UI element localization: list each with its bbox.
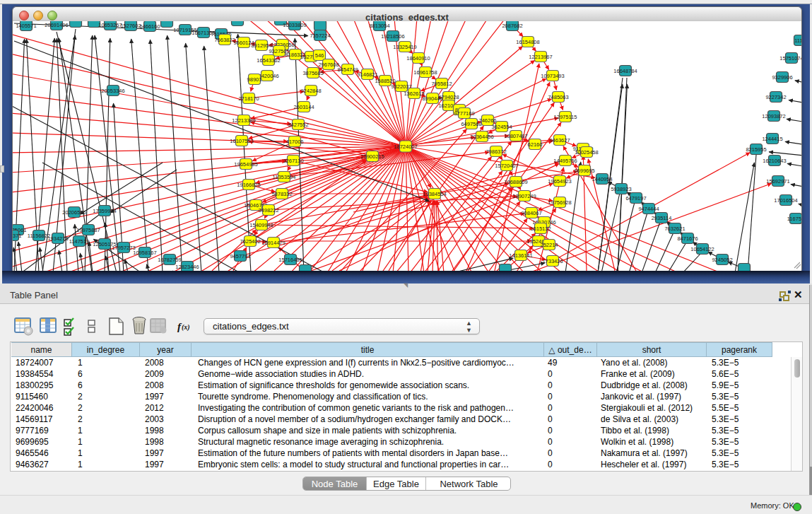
svg-text:8454749: 8454749 [337,66,358,73]
svg-text:8813054: 8813054 [369,23,389,29]
svg-text:15720407: 15720407 [495,163,518,169]
svg-text:252214: 252214 [540,242,558,248]
svg-text:7625402: 7625402 [240,238,260,245]
svg-text:12093872: 12093872 [762,113,785,119]
svg-text:8215955: 8215955 [746,146,766,153]
svg-text:62160: 62160 [528,141,543,148]
svg-text:1527602: 1527602 [120,23,141,29]
svg-text:2087682: 2087682 [502,23,522,29]
svg-text:7955812: 7955812 [431,81,452,87]
svg-text:5938923: 5938923 [611,186,631,192]
svg-text:19975887: 19975887 [76,227,100,233]
svg-text:2935114: 2935114 [652,215,672,221]
svg-text:9242848: 9242848 [300,88,321,94]
svg-text:11353594: 11353594 [273,174,296,180]
svg-text:12213967: 12213967 [529,54,552,60]
svg-text:10653267: 10653267 [98,22,122,28]
svg-text:19218506: 19218506 [381,33,404,40]
svg-text:7357224: 7357224 [310,33,330,39]
svg-text:16961758: 16961758 [413,69,437,76]
svg-text:3875685: 3875685 [302,70,323,76]
svg-text:16782759: 16782759 [158,257,181,263]
svg-text:9457791: 9457791 [230,253,250,259]
svg-text:1362615: 1362615 [404,90,424,97]
svg-text:9463627: 9463627 [549,137,570,144]
svg-text:19384554: 19384554 [423,191,446,197]
svg-text:19654923: 19654923 [548,178,571,185]
svg-text:6699695: 6699695 [574,168,594,174]
svg-text:10025458: 10025458 [575,149,598,156]
svg-text:1934275: 1934275 [47,235,68,242]
svg-text:18907249: 18907249 [512,193,536,199]
svg-text:17016504: 17016504 [774,197,797,204]
svg-text:10807487: 10807487 [504,133,527,139]
svg-text:746266: 746266 [478,117,496,124]
svg-text:17359924: 17359924 [93,208,116,214]
svg-text:417006: 417006 [286,139,303,145]
svg-text:12823446: 12823446 [175,264,199,270]
svg-text:18724007: 18724007 [394,144,417,150]
svg-text:6466160: 6466160 [139,23,160,30]
svg-text:19166825: 19166825 [237,182,260,188]
svg-text:10654122: 10654122 [690,246,714,252]
svg-text:19756928: 19756928 [548,199,571,206]
svg-text:11156822: 11156822 [28,233,50,239]
svg-text:10958167: 10958167 [133,250,156,256]
svg-text:16543362: 16543362 [257,57,280,64]
svg-text:13325419: 13325419 [393,44,416,50]
svg-text:546: 546 [315,52,324,59]
svg-text:25900215: 25900215 [360,153,384,160]
svg-text:17957273: 17957273 [112,245,135,251]
svg-text:10973493: 10973493 [541,73,564,79]
svg-text:98901: 98901 [247,76,262,83]
svg-text:1147519: 1147519 [69,238,90,245]
svg-text:5878332: 5878332 [271,191,292,197]
svg-text:3624554: 3624554 [491,124,512,130]
svg-text:1440954: 1440954 [592,176,612,182]
svg-text:15716485: 15716485 [278,257,302,263]
svg-text:16914479: 16914479 [261,240,285,246]
svg-text:12213389: 12213389 [232,117,255,124]
svg-text:15692971: 15692971 [766,178,789,185]
svg-text:10688609: 10688609 [504,179,527,185]
svg-text:7485063: 7485063 [548,94,568,100]
svg-text:9777169: 9777169 [454,110,474,117]
svg-text:14495756: 14495756 [553,158,577,164]
svg-text:116753: 116753 [787,216,801,222]
svg-text:1615132: 1615132 [530,226,551,232]
svg-text:20691406: 20691406 [45,22,68,28]
svg-text:3498222: 3498222 [258,207,278,214]
svg-text:15751074: 15751074 [779,55,801,62]
svg-text:1405571: 1405571 [16,23,36,29]
svg-text:20053346: 20053346 [101,88,124,94]
svg-text:1733426: 1733426 [542,258,563,264]
svg-text:7986372: 7986372 [486,148,506,155]
svg-text:16210643: 16210643 [763,158,786,164]
svg-text:20206556: 20206556 [62,209,86,216]
svg-text:7663822: 7663822 [214,37,235,43]
svg-text:20364456: 20364456 [470,134,493,140]
svg-text:12975115: 12975115 [554,114,577,120]
svg-text:2603144: 2603144 [293,104,314,110]
svg-text:9227342: 9227342 [765,94,786,100]
svg-text:9329906: 9329906 [772,74,792,81]
svg-text:(x): (x) [182,323,190,332]
svg-text:9084067: 9084067 [521,210,541,216]
svg-text:16648784: 16648784 [613,68,637,74]
svg-text:9245052: 9245052 [712,257,732,263]
svg-text:6479197: 6479197 [625,195,646,201]
svg-text:18640910: 18640910 [406,55,430,62]
svg-text:9146821: 9146821 [357,71,377,78]
svg-text:8471676: 8471676 [677,235,698,242]
svg-text:1117: 1117 [794,37,801,44]
svg-text:16154808: 16154808 [516,39,539,45]
svg-text:16107553: 16107553 [230,138,253,144]
svg-text:2967608: 2967608 [318,62,339,68]
svg-text:9474444: 9474444 [638,206,659,212]
svg-text:2718170: 2718170 [238,95,259,102]
svg-text:1244415: 1244415 [762,136,782,142]
svg-text:16033809: 16033809 [283,22,306,28]
svg-text:3267130: 3267130 [283,158,303,164]
svg-text:7632621: 7632621 [664,226,685,232]
svg-text:6794028: 6794028 [438,94,459,100]
